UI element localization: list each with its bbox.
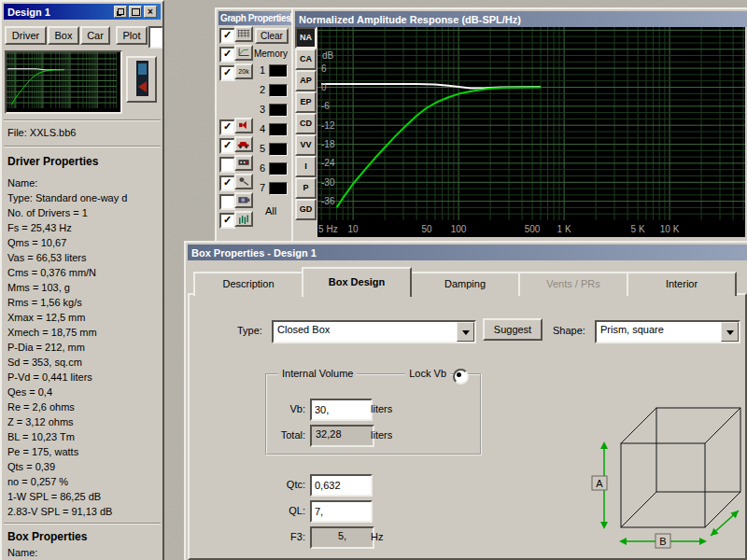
driver-property-line: BL = 10,23 Tm <box>2 429 159 444</box>
plot-thumbnail[interactable] <box>5 50 122 114</box>
design-window-titlebar[interactable]: Design 1 × <box>4 4 161 20</box>
type-dropdown-button[interactable] <box>457 322 474 342</box>
close-button[interactable]: × <box>144 6 157 18</box>
qtc-input[interactable] <box>310 474 373 497</box>
car-tab-button[interactable]: Car <box>80 26 110 45</box>
box-type-dropdown[interactable]: Closed Box <box>272 320 476 343</box>
graph-properties-title: Graph Properties <box>220 13 290 23</box>
suggest-button[interactable]: Suggest <box>483 318 543 341</box>
memory-slot-number: 7 <box>256 182 265 193</box>
svg-text:-18: -18 <box>321 139 335 149</box>
dimension-a-label: A <box>596 478 603 489</box>
dimension-arrows: A B <box>592 441 739 548</box>
design-window-title: Design 1 <box>7 7 50 18</box>
svg-text:500: 500 <box>525 224 541 234</box>
curve-icon-button[interactable] <box>234 45 253 61</box>
driver-property-line: Vas = 66,53 liters <box>2 250 159 265</box>
shape-dropdown-button[interactable] <box>721 322 739 342</box>
vb-input[interactable] <box>310 399 373 421</box>
graph-tab-vv[interactable]: VV <box>295 134 317 156</box>
memory-label: Memory <box>253 49 289 59</box>
memory-slot-number: 3 <box>256 104 265 115</box>
driver-property-line: Qts = 0,39 <box>2 459 159 474</box>
curve-icon-button[interactable] <box>234 192 253 208</box>
svg-text:20k: 20k <box>238 68 249 75</box>
svg-text:-24: -24 <box>321 158 335 168</box>
lock-vb-label: Lock Vb <box>405 368 450 379</box>
plot-color-swatch[interactable] <box>148 26 163 49</box>
graph-window-titlebar[interactable]: Normalized Amplitude Response (dB-SPL/Hz… <box>295 11 747 27</box>
curve-checkbox-amp[interactable] <box>219 157 235 173</box>
memory-slot-number: 1 <box>256 64 265 76</box>
graph-tab-na[interactable]: NA <box>295 27 317 49</box>
eq-icon <box>237 213 250 224</box>
chevron-down-icon <box>726 330 734 339</box>
f3-label: F3: <box>259 531 305 542</box>
curve-checkbox-car[interactable]: ✓ <box>219 138 235 154</box>
chevron-down-icon <box>462 330 470 339</box>
memory-slot-display[interactable] <box>269 123 288 136</box>
graph-tab-p[interactable]: P <box>295 177 317 199</box>
graph-tab-ca[interactable]: CA <box>295 49 317 70</box>
memory-slot-display[interactable] <box>269 64 288 77</box>
design-preview-button[interactable] <box>126 56 157 103</box>
plot-tab-button[interactable]: Plot <box>116 26 148 45</box>
driver-property-line: P-Dia = 212, mm <box>2 340 159 355</box>
box-window-titlebar[interactable]: Box Properties - Design 1 <box>188 245 747 260</box>
svg-text:dB: dB <box>322 50 334 61</box>
curve-icon-button[interactable]: 20k <box>234 63 253 79</box>
mic-icon <box>237 175 250 187</box>
vb-label: Vb: <box>265 403 305 414</box>
svg-text:-12: -12 <box>321 120 335 131</box>
graph-properties-titlebar[interactable]: Graph Properties × <box>218 11 291 25</box>
graph-properties-panel: Graph Properties × Clear Memory All ✓✓✓2… <box>215 7 295 243</box>
curve-checkbox-eq[interactable]: ✓ <box>219 213 235 229</box>
graph-tab-gd[interactable]: GD <box>295 199 317 220</box>
memory-slot-display[interactable] <box>269 182 288 195</box>
tab-box-design[interactable]: Box Design <box>302 267 412 297</box>
driver-property-line: Sd = 353, sq.cm <box>2 355 159 370</box>
driver-property-line: Rms = 1,56 kg/s <box>2 295 159 310</box>
memory-slot-display[interactable] <box>269 162 288 175</box>
curve-checkbox-camera[interactable] <box>219 194 235 210</box>
box-tab-button[interactable]: Box <box>48 26 79 45</box>
maximize-button[interactable] <box>129 6 142 18</box>
bassbox-app: { "design_window": { "title": "Design 1"… <box>0 0 747 560</box>
tab-damping[interactable]: Damping <box>410 272 520 296</box>
memory-slot-display[interactable] <box>269 84 288 97</box>
box-type-value: Closed Box <box>277 324 330 335</box>
graph-tab-ep[interactable]: EP <box>295 91 317 113</box>
tab-interior[interactable]: Interior <box>627 272 737 296</box>
ql-input[interactable] <box>310 500 373 523</box>
divider <box>4 146 161 147</box>
scale-icon <box>237 47 250 58</box>
curve-icon-button[interactable] <box>234 155 253 171</box>
curve-checkbox-speaker[interactable]: ✓ <box>219 119 235 135</box>
f3-value: 5, <box>310 526 374 549</box>
driver-property-line: P-Vd = 0,441 liters <box>2 370 159 385</box>
clear-button[interactable]: Clear <box>255 28 289 44</box>
graph-tab-cd[interactable]: CD <box>295 113 317 134</box>
lock-vb-radio[interactable] <box>453 369 469 385</box>
graph-tab-ap[interactable]: AP <box>295 70 317 91</box>
curve-icon-button[interactable] <box>234 211 253 227</box>
curve-icon-button[interactable] <box>234 26 253 42</box>
curve-checkbox-20k[interactable]: ✓ <box>219 65 235 81</box>
graph-tab-i[interactable]: I <box>295 156 317 177</box>
memory-slot-display[interactable] <box>269 104 288 117</box>
driver-property-line: Qes = 0,4 <box>2 385 159 399</box>
curve-icon-button[interactable] <box>234 118 253 133</box>
curve-checkbox-scale[interactable]: ✓ <box>219 47 235 63</box>
driver-tab-button[interactable]: Driver <box>5 26 47 45</box>
curve-checkbox-mic[interactable]: ✓ <box>219 175 235 191</box>
restore-button[interactable] <box>114 6 127 18</box>
box-shape-dropdown[interactable]: Prism, square <box>595 320 740 343</box>
curve-checkbox-grid[interactable]: ✓ <box>219 28 235 44</box>
box-shape-diagram: A B <box>585 355 744 558</box>
curve-icon-button[interactable] <box>234 174 253 189</box>
memory-slot-display[interactable] <box>269 143 288 156</box>
tab-description[interactable]: Description <box>193 272 303 296</box>
box-window-title: Box Properties - Design 1 <box>191 247 317 259</box>
curve-icon-button[interactable] <box>234 136 253 152</box>
box-properties-name-line: Name: <box>7 547 37 558</box>
